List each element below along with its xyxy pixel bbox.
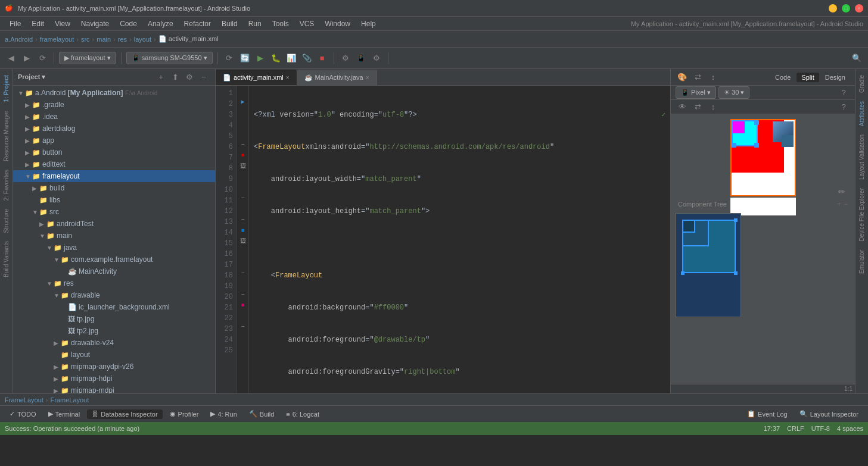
sidebar-settings-btn[interactable]: ⚙ [183, 71, 196, 84]
close-button[interactable]: × [855, 4, 863, 12]
debug-btn[interactable]: 🐛 [269, 52, 282, 65]
menu-window[interactable]: Window [320, 18, 355, 29]
code-content[interactable]: <?xml version="1.0" encoding="utf-8"?>✓ … [249, 86, 670, 393]
eye-btn[interactable]: 👁 [676, 101, 689, 114]
tree-item-src[interactable]: ▼ 📁 src [13, 206, 215, 218]
tree-item-tpjpg[interactable]: 🖼 tp.jpg [13, 313, 215, 325]
palette-icon[interactable]: 🎨 [676, 71, 689, 84]
tree-item-java[interactable]: ▼ 📁 java [13, 242, 215, 254]
sidebar-close-btn[interactable]: − [197, 71, 210, 84]
preview-handle-bl[interactable] [732, 143, 736, 148]
bc-main[interactable]: main [97, 36, 111, 43]
bc-aandroid[interactable]: a.Android [5, 36, 33, 43]
tree-item-mainactivity[interactable]: ☕ MainActivity [13, 265, 215, 277]
help-btn[interactable]: ? [837, 86, 850, 99]
vtab-structure[interactable]: Structure [1, 205, 11, 237]
tree-item-ic-launcher[interactable]: 📄 ic_launcher_background.xml [13, 301, 215, 313]
vtab-attributes[interactable]: Attributes [857, 98, 867, 130]
tree-item-framelayout[interactable]: ▼ 📁 framelayout [13, 170, 215, 182]
tree-item-mipmap-mdpi[interactable]: ▶ 📁 mipmap-mdpi [13, 384, 215, 393]
tree-item-drawable-v24[interactable]: ▶ 📁 drawable-v24 [13, 337, 215, 349]
tree-item-drawable[interactable]: ▼ 📁 drawable [13, 289, 215, 301]
tree-item-edittext[interactable]: ▶ 📁 edittext [13, 158, 215, 170]
menu-view[interactable]: View [50, 18, 75, 29]
tree-item-com-example[interactable]: ▼ 📁 com.example.framelayout [13, 254, 215, 265]
bottom-tab-layout-inspector[interactable]: 🔍 Layout Inspector [795, 409, 863, 419]
bc-src[interactable]: src [81, 36, 90, 43]
tab-mainactivity-java[interactable]: ☕ MainActivity.java × [297, 70, 377, 85]
preview2-handle-bl[interactable] [681, 271, 685, 275]
menu-run[interactable]: Run [244, 18, 266, 29]
run-btn[interactable]: ▶ [254, 52, 267, 65]
move-icon[interactable]: ↕ [707, 71, 720, 84]
tree-item-androidtest[interactable]: ▶ 📁 androidTest [13, 218, 215, 230]
bottom-tab-event-log[interactable]: 📋 Event Log [742, 409, 792, 419]
tree-item-tp2jpg[interactable]: 🖼 tp2.jpg [13, 325, 215, 337]
vtab-resource-manager[interactable]: Resource Manager [1, 107, 11, 165]
menu-file[interactable]: File [5, 18, 26, 29]
menu-build[interactable]: Build [217, 18, 242, 29]
tree-item-app[interactable]: ▶ 📁 app [13, 135, 215, 146]
tree-item-mipmap-anydpi[interactable]: ▶ 📁 mipmap-anydpi-v26 [13, 361, 215, 373]
minus-component-btn[interactable]: − [844, 200, 848, 208]
bottom-tab-database-inspector[interactable]: 🗄 Database Inspector [87, 409, 162, 419]
toggle-icon[interactable]: ⇄ [691, 71, 704, 84]
vtab-layout-validation[interactable]: Layout Validation [857, 131, 867, 183]
bc-framelayout[interactable]: framelayout [40, 36, 74, 43]
tree-item-libs[interactable]: 📁 libs [13, 194, 215, 206]
preview-handle-br[interactable] [754, 143, 759, 148]
tree-item-mipmap-hdpi[interactable]: ▶ 📁 mipmap-hdpi [13, 373, 215, 384]
help-btn2[interactable]: ? [837, 101, 850, 114]
gradle-sync-btn[interactable]: 🔄 [238, 52, 251, 65]
bottom-tab-profiler[interactable]: ◉ Profiler [165, 409, 204, 419]
stop-btn[interactable]: ■ [316, 52, 329, 65]
bottom-tab-run[interactable]: ▶ 4: Run [206, 409, 241, 419]
device-dropdown[interactable]: 📱 samsung SM-G9550 ▾ [126, 52, 213, 64]
maximize-button[interactable]: □ [842, 4, 850, 12]
design-tab[interactable]: Design [820, 73, 850, 82]
bottom-tab-todo[interactable]: ✓ TODO [5, 409, 41, 419]
vtab-favorites[interactable]: 2: Favorites [1, 166, 11, 204]
minimize-button[interactable]: − [829, 4, 837, 12]
tree-item-idea[interactable]: ▶ 📁 .idea [13, 111, 215, 123]
tree-item-gradle[interactable]: ▶ 📁 .gradle [13, 99, 215, 111]
vtab-device-file-explorer[interactable]: Device File Explorer [857, 184, 867, 245]
tree-item-button[interactable]: ▶ 📁 button [13, 146, 215, 158]
tree-item-res[interactable]: ▼ 📁 res [13, 277, 215, 289]
menu-tools[interactable]: Tools [267, 18, 294, 29]
vtab-project[interactable]: 1: Project [1, 71, 11, 106]
add-component-btn[interactable]: + [837, 200, 841, 208]
menu-edit[interactable]: Edit [27, 18, 49, 29]
tree-item-layout[interactable]: 📁 layout [13, 349, 215, 361]
toolbar-back-btn[interactable]: ◀ [5, 52, 18, 65]
bc-framelayout-link2[interactable]: FrameLayout [50, 396, 89, 404]
split-tab[interactable]: Split [797, 73, 819, 82]
run-config-dropdown[interactable]: ▶ framelayout ▾ [59, 52, 116, 64]
pixel-dropdown[interactable]: 📱 Pixel ▾ [676, 86, 716, 99]
menu-navigate[interactable]: Navigate [76, 18, 114, 29]
sidebar-sync-btn[interactable]: ⬆ [169, 71, 182, 84]
bc-res[interactable]: res [118, 36, 127, 43]
status-encoding[interactable]: CRLF [787, 425, 804, 432]
code-editor[interactable]: 12345 678910 1112131415 1617181920 21222… [216, 86, 670, 393]
vtab-emulator[interactable]: Emulator [857, 246, 867, 277]
tab-close-java[interactable]: × [366, 74, 369, 81]
tree-item-build[interactable]: ▶ 📁 build [13, 182, 215, 194]
settings-btn[interactable]: ⚙ [370, 52, 383, 65]
menu-analyze[interactable]: Analyze [143, 18, 178, 29]
preview2-handle-tr[interactable] [734, 218, 738, 222]
attach-btn[interactable]: 📎 [300, 52, 313, 65]
vtab-build-variants[interactable]: Build Variants [1, 237, 11, 281]
tab-close-xml[interactable]: × [286, 74, 290, 81]
sdk-manager-btn[interactable]: ⚙ [339, 52, 352, 65]
code-tab[interactable]: Code [770, 73, 795, 82]
profile-btn[interactable]: 📊 [285, 52, 298, 65]
sync-btn[interactable]: ⟳ [223, 52, 236, 65]
toolbar-forward-btn[interactable]: ▶ [20, 52, 33, 65]
menu-refactor[interactable]: Refactor [179, 18, 216, 29]
menu-code[interactable]: Code [115, 18, 142, 29]
sidebar-add-btn[interactable]: + [154, 71, 167, 84]
menu-help[interactable]: Help [356, 18, 381, 29]
bottom-tab-build[interactable]: 🔨 Build [244, 409, 279, 419]
bc-layout[interactable]: layout [134, 36, 151, 43]
